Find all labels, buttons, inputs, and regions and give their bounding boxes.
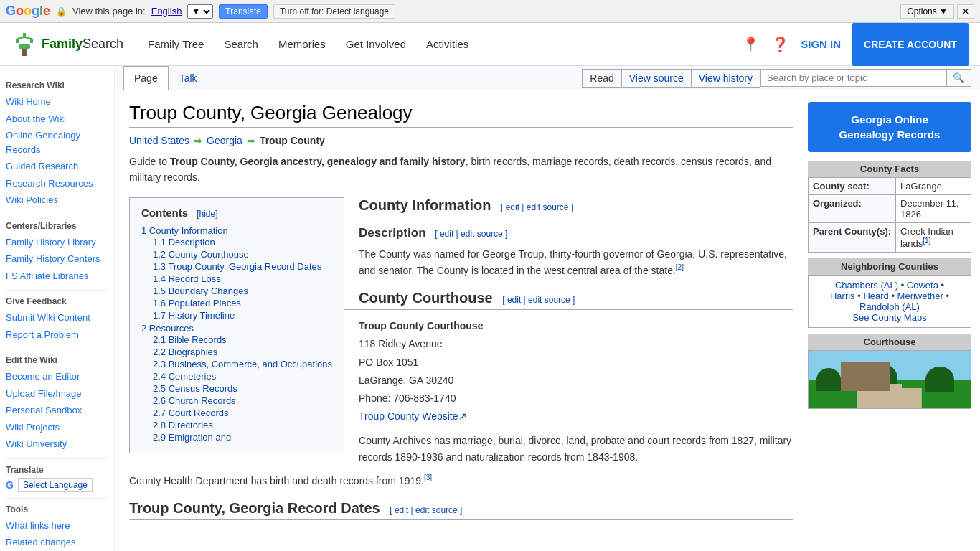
turn-off-button[interactable]: Turn off for: Detect language bbox=[273, 4, 395, 19]
contents-link-2-7[interactable]: 2.7 Court Records bbox=[153, 408, 229, 418]
sidebar-link-wiki-university[interactable]: Wiki University bbox=[6, 435, 108, 453]
courthouse-image-table: Courthouse bbox=[808, 334, 971, 409]
translate-button[interactable]: Translate bbox=[219, 4, 268, 19]
contents-link-1[interactable]: 1 County Information bbox=[141, 225, 228, 236]
location-icon[interactable]: 📍 bbox=[742, 36, 760, 53]
county-seat-value: LaGrange bbox=[896, 178, 971, 195]
sidebar-link-upload-file[interactable]: Upload File/Image bbox=[6, 385, 108, 402]
contents-link-2-2[interactable]: 2.2 Biographies bbox=[153, 347, 217, 357]
close-translate-button[interactable]: ✕ bbox=[957, 4, 974, 19]
sidebar-link-wiki-home[interactable]: Wiki Home bbox=[6, 93, 108, 110]
neighboring-meriwether[interactable]: Meriwether bbox=[897, 291, 943, 301]
contents-link-2[interactable]: 2 Resources bbox=[141, 323, 194, 334]
edit-record-dates[interactable]: [ edit | edit source ] bbox=[390, 505, 462, 515]
county-facts-row-seat: County seat: LaGrange bbox=[809, 178, 971, 195]
sidebar-link-online-genealogy[interactable]: Online Genealogy Records bbox=[6, 127, 108, 158]
page-tabs: Page Talk Read View source View history … bbox=[115, 66, 980, 90]
sidebar-link-wiki-policies[interactable]: Wiki Policies bbox=[6, 192, 108, 209]
contents-link-1-5[interactable]: 1.5 Boundary Changes bbox=[153, 286, 248, 296]
contents-link-2-6[interactable]: 2.6 Church Records bbox=[153, 395, 236, 406]
sidebar-link-research-resources[interactable]: Research Resources bbox=[6, 175, 108, 192]
google-logo: Google bbox=[6, 4, 50, 19]
contents-list: 1 County Information 1.1 Description 1.2… bbox=[141, 225, 332, 444]
edit-courthouse[interactable]: [ edit | edit source ] bbox=[502, 295, 575, 305]
county-facts-row-organized: Organized: December 11, 1826 bbox=[809, 195, 971, 223]
contents-link-2-5[interactable]: 2.5 Census Records bbox=[153, 383, 237, 394]
sidebar-link-fs-affiliate[interactable]: FS Affiliate Libraries bbox=[6, 268, 108, 285]
breadcrumb-united-states[interactable]: United States bbox=[129, 135, 189, 146]
lock-icon: 🔒 bbox=[56, 6, 67, 17]
tab-read[interactable]: Read bbox=[582, 69, 621, 88]
contents-link-1-7[interactable]: 1.7 History Timeline bbox=[153, 310, 235, 321]
contents-hide-link[interactable]: [hide] bbox=[197, 209, 217, 219]
neighboring-coweta[interactable]: Coweta bbox=[907, 280, 938, 291]
sidebar-section-research-wiki: Research Wiki bbox=[6, 80, 108, 90]
see-county-maps-link[interactable]: See County Maps bbox=[852, 312, 926, 323]
tab-view-source[interactable]: View source bbox=[621, 69, 691, 88]
sidebar-link-about-wiki[interactable]: About the Wiki bbox=[6, 110, 108, 128]
logo[interactable]: FamilySearch bbox=[11, 32, 123, 57]
contents-link-1-1[interactable]: 1.1 Description bbox=[153, 237, 215, 248]
article-title: Troup County, Georgia Genealogy bbox=[129, 102, 793, 128]
sidebar-link-what-links-here[interactable]: What links here bbox=[6, 517, 108, 534]
neighboring-heard[interactable]: Heard bbox=[863, 291, 888, 301]
nav-search[interactable]: Search bbox=[217, 32, 265, 56]
tab-talk[interactable]: Talk bbox=[169, 66, 208, 90]
contents-link-1-3[interactable]: 1.3 Troup County, Georgia Record Dates bbox=[153, 261, 321, 272]
wiki-search-input[interactable] bbox=[760, 69, 947, 87]
sidebar-link-related-changes[interactable]: Related changes bbox=[6, 534, 108, 551]
sidebar-link-submit-wiki[interactable]: Submit Wiki Content bbox=[6, 309, 108, 326]
neighboring-counties-list: Chambers (AL) • Coweta • Harris • Heard … bbox=[809, 276, 971, 328]
county-facts-row-parent: Parent County(s): Creek Indian lands[1] bbox=[809, 223, 971, 253]
sidebar-link-personal-sandbox[interactable]: Personal Sandbox bbox=[6, 402, 108, 419]
contents-link-2-1[interactable]: 2.1 Bible Records bbox=[153, 334, 227, 345]
sidebar-section-translate: Translate bbox=[6, 465, 108, 475]
contents-link-1-6[interactable]: 1.6 Populated Places bbox=[153, 298, 241, 309]
breadcrumb-georgia[interactable]: Georgia bbox=[207, 135, 242, 146]
contents-link-2-8[interactable]: 2.8 Directories bbox=[153, 420, 213, 430]
neighboring-harris[interactable]: Harris bbox=[830, 291, 855, 301]
sign-in-link[interactable]: SIGN IN bbox=[801, 38, 841, 50]
courthouse-address2: PO Box 1051 bbox=[359, 357, 418, 368]
edit-description[interactable]: [ edit | edit source ] bbox=[435, 229, 507, 239]
georgia-genealogy-button[interactable]: Georgia OnlineGenealogy Records bbox=[808, 102, 971, 152]
translate-language-link[interactable]: English bbox=[151, 6, 182, 17]
contents-title: Contents [hide] bbox=[141, 207, 332, 219]
parent-county-label: Parent County(s): bbox=[809, 223, 896, 253]
nav-memories[interactable]: Memories bbox=[271, 32, 333, 56]
sidebar-link-family-history-library[interactable]: Family History Library bbox=[6, 234, 108, 251]
create-account-button[interactable]: CREATE ACCOUNT bbox=[852, 23, 969, 66]
breadcrumb-current: Troup County bbox=[260, 135, 325, 146]
svg-rect-0 bbox=[23, 33, 26, 37]
tab-page[interactable]: Page bbox=[123, 66, 169, 90]
article-body: Contents [hide] 1 County Information 1.1… bbox=[129, 197, 793, 527]
edit-county-info[interactable]: [ edit | edit source ] bbox=[501, 202, 573, 212]
select-language-button[interactable]: Select Language bbox=[18, 478, 93, 492]
contents-link-2-9[interactable]: 2.9 Emigration and bbox=[153, 432, 231, 443]
wiki-search-button[interactable]: 🔍 bbox=[947, 69, 971, 87]
sidebar-link-report-problem[interactable]: Report a Problem bbox=[6, 326, 108, 344]
contents-item-2: 2 Resources 2.1 Bible Records 2.2 Biogra… bbox=[141, 322, 332, 444]
county-seat-label: County seat: bbox=[809, 178, 896, 195]
contents-link-1-2[interactable]: 1.2 County Courthouse bbox=[153, 249, 249, 260]
sidebar-link-family-history-centers[interactable]: Family History Centers bbox=[6, 250, 108, 268]
nav-family-tree[interactable]: Family Tree bbox=[141, 32, 211, 56]
contents-link-2-3[interactable]: 2.3 Business, Commerce, and Occupations bbox=[153, 359, 332, 369]
sidebar-link-wiki-projects[interactable]: Wiki Projects bbox=[6, 419, 108, 436]
contents-sublist-2: 2.1 Bible Records 2.2 Biographies 2.3 Bu… bbox=[141, 334, 332, 443]
contents-link-1-4[interactable]: 1.4 Record Loss bbox=[153, 273, 221, 284]
contents-link-2-4[interactable]: 2.4 Cemeteries bbox=[153, 371, 216, 382]
contents-sublist-1: 1.1 Description 1.2 County Courthouse 1.… bbox=[141, 236, 332, 321]
neighboring-chambers[interactable]: Chambers (AL) bbox=[835, 280, 898, 291]
neighboring-randolph[interactable]: Randolph (AL) bbox=[859, 301, 920, 312]
tab-view-history[interactable]: View history bbox=[691, 69, 760, 88]
courthouse-website-link[interactable]: Troup County Website↗ bbox=[359, 410, 467, 422]
nav-activities[interactable]: Activities bbox=[419, 32, 476, 56]
contents-box: Contents [hide] 1 County Information 1.1… bbox=[129, 197, 344, 453]
sidebar-link-become-editor[interactable]: Become an Editor bbox=[6, 368, 108, 385]
language-select[interactable]: ▼ bbox=[187, 4, 213, 19]
help-icon[interactable]: ❓ bbox=[771, 36, 789, 53]
sidebar-link-guided-research[interactable]: Guided Research bbox=[6, 158, 108, 175]
nav-get-involved[interactable]: Get Involved bbox=[339, 32, 413, 56]
options-button[interactable]: Options ▼ bbox=[900, 4, 954, 19]
